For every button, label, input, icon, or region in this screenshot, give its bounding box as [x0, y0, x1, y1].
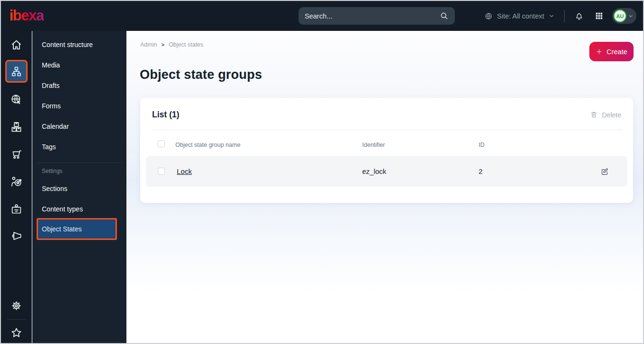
marketing-megaphone-icon[interactable] — [1, 229, 32, 242]
table-header: Object state group name Identifier ID — [140, 138, 633, 152]
table-row: Lock ez_lock 2 — [146, 156, 627, 187]
plus-icon — [596, 48, 603, 55]
column-header-name: Object state group name — [175, 142, 240, 148]
column-header-identifier: Identifier — [362, 142, 385, 148]
icon-rail — [1, 31, 32, 343]
sidebar-item-media[interactable]: Media — [32, 57, 126, 73]
admin-badge-icon[interactable] — [1, 202, 32, 215]
ibexa-admin-screen: { "topbar": { "logo": "ibexa", "search_p… — [0, 0, 644, 344]
topbar-right-cluster: Site: All context AU — [484, 1, 636, 31]
topbar-divider — [564, 10, 565, 22]
menu-divider — [38, 162, 121, 163]
search-icon[interactable] — [440, 11, 449, 20]
home-icon[interactable] — [1, 38, 32, 51]
sidebar-item-tags[interactable]: Tags — [32, 139, 126, 155]
row-checkbox[interactable] — [158, 168, 165, 175]
row-name-link[interactable]: Lock — [177, 167, 192, 175]
avatar: AU — [614, 10, 626, 22]
delete-button[interactable]: Delete — [590, 111, 621, 119]
select-all-checkbox[interactable] — [158, 140, 165, 147]
notifications-bell-icon[interactable] — [574, 11, 584, 21]
sidebar-item-calendar[interactable]: Calendar — [32, 118, 126, 134]
chevron-down-icon — [628, 13, 634, 19]
app-switcher-grid-icon[interactable] — [595, 11, 604, 20]
breadcrumb: Admin > Object states — [140, 41, 203, 48]
user-menu[interactable]: AU — [612, 8, 636, 24]
personalization-target-icon[interactable] — [1, 175, 32, 188]
breadcrumb-object-states[interactable]: Object states — [169, 41, 203, 48]
page-title: Object state groups — [140, 67, 262, 82]
settings-gear-icon[interactable] — [1, 299, 32, 312]
create-button-label: Create — [606, 48, 627, 56]
sidebar-item-content-types[interactable]: Content types — [32, 201, 126, 217]
sidebar-item-drafts[interactable]: Drafts — [32, 77, 126, 94]
sidebar-item-content-structure[interactable]: Content structure — [32, 37, 126, 53]
edit-button[interactable] — [600, 166, 610, 177]
settings-section-heading: Settings — [42, 168, 62, 174]
breadcrumb-admin[interactable]: Admin — [140, 41, 157, 48]
bookmarks-star-icon[interactable] — [1, 326, 32, 339]
column-header-id: ID — [479, 142, 485, 148]
chevron-down-icon — [548, 13, 555, 19]
edit-icon — [600, 167, 610, 176]
global-search[interactable] — [298, 7, 455, 25]
content-structure-icon[interactable] — [5, 60, 28, 83]
search-input[interactable] — [305, 12, 440, 20]
card-divider — [152, 130, 623, 130]
row-id: 2 — [479, 167, 482, 175]
site-globe-icon — [484, 12, 493, 20]
sidebar-menu: Content structure Media Drafts Forms Cal… — [32, 31, 126, 343]
delete-button-label: Delete — [602, 111, 621, 119]
create-button[interactable]: Create — [589, 42, 634, 61]
sidebar-item-forms[interactable]: Forms — [32, 98, 126, 114]
site-globe-icon[interactable] — [1, 93, 32, 106]
sidebar-item-object-states[interactable]: Object States — [37, 218, 117, 240]
trash-icon — [590, 111, 598, 119]
list-title: List (1) — [152, 110, 179, 120]
site-context-label: Site: All context — [497, 12, 544, 20]
sidebar-item-sections[interactable]: Sections — [32, 181, 126, 197]
row-identifier: ez_lock — [362, 167, 386, 175]
rail-divider — [7, 319, 26, 320]
products-boxes-icon[interactable] — [1, 120, 32, 133]
commerce-cart-icon[interactable] — [1, 148, 32, 161]
site-context-selector[interactable]: Site: All context — [484, 12, 555, 20]
list-card: List (1) Delete Object state group name … — [140, 98, 633, 203]
topbar: ibexa Site: All context — [1, 1, 643, 31]
main-content: Admin > Object states Create Object stat… — [126, 31, 643, 343]
ibexa-logo[interactable]: ibexa — [10, 8, 44, 24]
breadcrumb-separator-icon: > — [161, 42, 164, 48]
